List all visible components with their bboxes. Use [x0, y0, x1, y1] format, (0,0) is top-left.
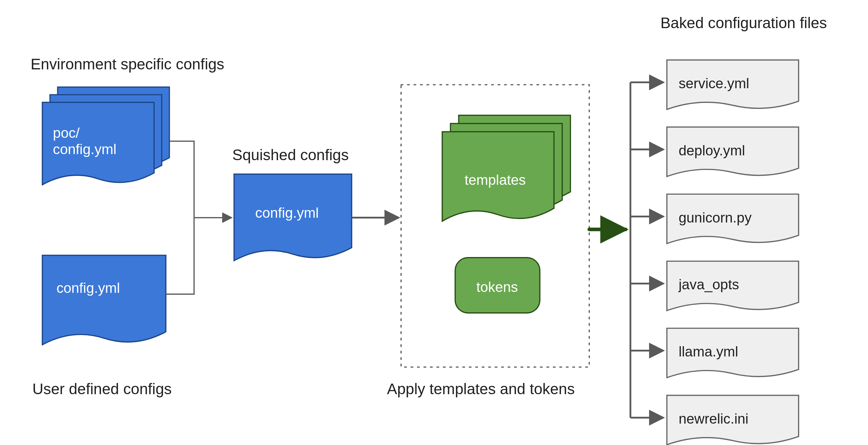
templates-stack: templates: [442, 115, 570, 221]
svg-text:llama.yml: llama.yml: [679, 344, 738, 359]
label-apply: Apply templates and tokens: [387, 380, 575, 397]
output-doc-3: java_opts: [667, 261, 799, 311]
label-baked: Baked configuration files: [660, 14, 827, 31]
squished-doc-text: config.yml: [255, 205, 319, 220]
env-doc-text1: poc/: [53, 125, 80, 141]
output-doc-5: newrelic.ini: [667, 395, 799, 445]
squished-config-doc: config.yml: [234, 174, 351, 261]
output-doc-0: service.yml: [667, 60, 799, 110]
output-docs: service.yml deploy.yml gunicorn.py java_…: [667, 60, 799, 445]
user-doc-text: config.yml: [57, 280, 120, 296]
svg-text:gunicorn.py: gunicorn.py: [679, 210, 751, 226]
tokens-text: tokens: [476, 279, 518, 295]
document-icon: [42, 256, 166, 345]
label-user-configs: User defined configs: [32, 380, 172, 397]
diagram-canvas: Environment specific configs User define…: [0, 0, 868, 445]
templates-text: templates: [465, 172, 526, 188]
output-doc-4: llama.yml: [667, 328, 799, 378]
merge-connector: [166, 141, 232, 294]
label-env-configs: Environment specific configs: [31, 56, 224, 72]
env-doc-text2: config.yml: [53, 141, 117, 157]
output-doc-2: gunicorn.py: [667, 194, 799, 244]
tokens-box: tokens: [455, 258, 540, 313]
svg-text:newrelic.ini: newrelic.ini: [679, 411, 748, 426]
svg-text:java_opts: java_opts: [678, 276, 739, 292]
svg-text:deploy.yml: deploy.yml: [679, 143, 745, 158]
output-fanout: [589, 83, 663, 418]
env-config-stack: poc/ config.yml: [42, 87, 169, 184]
user-config-doc: config.yml: [42, 256, 166, 345]
svg-text:service.yml: service.yml: [679, 76, 749, 91]
label-squished: Squished configs: [232, 146, 349, 164]
output-doc-1: deploy.yml: [667, 127, 799, 176]
